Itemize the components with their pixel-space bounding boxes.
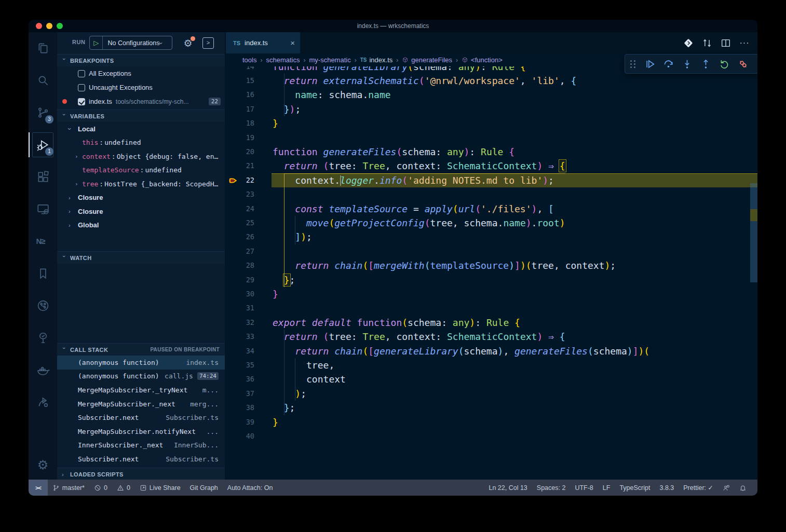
line-number[interactable]: 35 — [225, 358, 254, 372]
code-line[interactable]: 36 context — [225, 372, 757, 386]
code-line[interactable]: 19 — [225, 131, 757, 145]
code-line[interactable]: 20function generateFiles(schema: any): R… — [225, 145, 757, 159]
code-line[interactable]: 39} — [225, 415, 757, 429]
code-line[interactable]: 29 }; — [225, 273, 757, 287]
line-number[interactable]: 39 — [225, 415, 254, 429]
code-line[interactable]: 22 context.logger.info('adding NOTES.md … — [225, 173, 757, 187]
breakpoint-row[interactable]: All Exceptions — [57, 66, 225, 80]
variable-row[interactable]: this: undefined — [57, 136, 225, 150]
activity-explorer[interactable] — [29, 32, 57, 64]
status-remote-indicator[interactable]: >< — [29, 480, 48, 496]
line-number[interactable]: 28 — [225, 258, 254, 272]
code-line[interactable]: 33 return (tree: Tree, context: Schemati… — [225, 330, 757, 344]
activity-source-control[interactable]: 3 — [29, 97, 57, 129]
status-eol[interactable]: LF — [598, 480, 615, 496]
line-number[interactable]: 37 — [225, 387, 254, 401]
status-warnings[interactable]: 0 — [112, 480, 135, 496]
line-number[interactable]: 23 — [225, 187, 254, 201]
line-number[interactable]: 27 — [225, 244, 254, 258]
status-live-share[interactable]: Live Share — [135, 480, 185, 496]
breakpoint-row[interactable]: index.tstools/schematics/my-sch...22 — [57, 94, 225, 108]
status-git-branch[interactable]: master* — [48, 480, 89, 496]
line-number[interactable]: 25 — [225, 216, 254, 230]
activity-extensions[interactable] — [29, 161, 57, 193]
line-number[interactable]: 33 — [225, 330, 254, 344]
section-call-stack[interactable]: › CALL STACK PAUSED ON BREAKPOINT — [57, 343, 225, 356]
status-errors[interactable]: 0 — [89, 480, 112, 496]
step-into-icon[interactable] — [679, 56, 695, 72]
code-line[interactable]: 23 — [225, 187, 757, 201]
code-line[interactable]: 40 — [225, 429, 757, 443]
status-notifications[interactable] — [735, 480, 751, 496]
line-number[interactable]: 18 — [225, 116, 254, 130]
open-changes-icon[interactable] — [701, 37, 713, 49]
split-editor-icon[interactable] — [720, 37, 731, 49]
section-breakpoints[interactable]: › BREAKPOINTS — [57, 54, 225, 66]
step-out-icon[interactable] — [697, 56, 714, 72]
restart-icon[interactable] — [716, 56, 733, 72]
status-indentation[interactable]: Spaces: 2 — [532, 480, 571, 496]
section-variables[interactable]: › VARIABLES — [57, 110, 225, 122]
line-number[interactable]: 20 — [225, 145, 254, 159]
variable-scope-row[interactable]: ›Global — [57, 219, 225, 233]
variable-scope-row[interactable]: ›Closure — [57, 204, 225, 219]
line-number[interactable]: 38 — [225, 401, 254, 415]
section-loaded-scripts[interactable]: › LOADED SCRIPTS — [57, 468, 225, 480]
breakpoint-checkbox[interactable] — [78, 70, 85, 77]
stack-frame[interactable]: (anonymous function)call.js74:24 — [57, 370, 225, 384]
line-number[interactable]: 14 — [225, 66, 254, 74]
code-line[interactable]: 24 const templateSource = apply(url('./f… — [225, 202, 757, 216]
code-line[interactable]: 18} — [225, 116, 757, 130]
close-tab-icon[interactable]: × — [290, 38, 295, 47]
activity-nx-console[interactable]: N≥ — [29, 225, 57, 257]
activity-git-graph[interactable] — [29, 290, 57, 322]
line-number[interactable]: 15 — [225, 74, 254, 88]
line-number[interactable]: 40 — [225, 429, 254, 443]
continue-icon[interactable] — [641, 56, 658, 72]
breakpoint-checkbox[interactable] — [78, 84, 85, 91]
line-number[interactable]: 21 — [225, 159, 254, 173]
variable-row[interactable]: templateSource: undefined — [57, 163, 225, 178]
tab-index-ts[interactable]: TS index.ts × — [226, 32, 300, 53]
status-cursor-position[interactable]: Ln 22, Col 13 — [484, 480, 532, 496]
stack-frame[interactable]: MergeMapSubscriber.notifyNext... — [57, 425, 225, 439]
line-number[interactable]: 17 — [225, 102, 254, 116]
editor-scrollbar[interactable] — [750, 101, 757, 480]
status-language-mode[interactable]: TypeScript — [615, 480, 655, 496]
variable-scope-row[interactable]: ›Local — [57, 122, 225, 136]
variable-row[interactable]: ›context: Object {debug: false, en… — [57, 149, 225, 163]
line-number[interactable]: 16 — [225, 88, 254, 102]
code-line[interactable]: 17 }); — [225, 102, 757, 116]
disconnect-icon[interactable] — [735, 56, 751, 72]
stack-frame[interactable]: MergeMapSubscriber._nextmerg... — [57, 397, 225, 411]
line-number[interactable]: 34 — [225, 344, 254, 358]
stack-frame[interactable]: MergeMapSubscriber._tryNextm... — [57, 383, 225, 397]
stack-frame[interactable]: Subscriber.nextSubscriber.ts — [57, 452, 225, 466]
status-auto-attach[interactable]: Auto Attach: On — [223, 480, 278, 496]
breakpoint-checkbox[interactable] — [78, 98, 85, 105]
line-number[interactable]: 24 — [225, 202, 254, 216]
code-line[interactable]: 25 move(getProjectConfig(tree, schema.na… — [225, 216, 757, 230]
code-line[interactable]: 32export default function(schema: any): … — [225, 316, 757, 330]
breadcrumb-item[interactable]: schematics — [266, 56, 300, 64]
start-debug-icon[interactable]: ▷ — [90, 36, 103, 49]
line-number[interactable]: 26 — [225, 230, 254, 244]
code-line[interactable]: 21 return (tree: Tree, context: Schemati… — [225, 159, 757, 173]
toolbar-drag-handle[interactable] — [630, 60, 636, 68]
line-number[interactable]: 19 — [225, 131, 254, 145]
stack-frame[interactable]: Subscriber.nextSubscriber.ts — [57, 411, 225, 425]
stack-frame[interactable]: (anonymous function)index.ts — [57, 356, 225, 370]
breakpoint-row[interactable]: Uncaught Exceptions — [57, 80, 225, 94]
code-line[interactable]: 28 return chain([mergeWith(templateSourc… — [225, 258, 757, 272]
configure-gear-icon[interactable]: ⚙ — [182, 37, 194, 49]
breadcrumb-item[interactable]: <function> — [462, 56, 503, 64]
breadcrumb-item[interactable]: generateFiles — [402, 56, 452, 64]
activity-search[interactable] — [29, 64, 57, 97]
step-over-icon[interactable] — [660, 56, 676, 72]
activity-live-share[interactable] — [29, 386, 57, 418]
line-number[interactable]: 31 — [225, 301, 254, 315]
activity-test-explorer[interactable] — [29, 322, 57, 354]
status-encoding[interactable]: UTF-8 — [570, 480, 598, 496]
stack-frame[interactable]: InnerSubscriber._nextInnerSub... — [57, 439, 225, 453]
code-line[interactable]: 31 — [225, 301, 757, 315]
